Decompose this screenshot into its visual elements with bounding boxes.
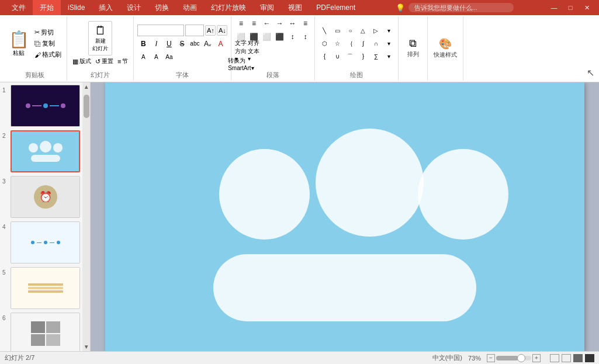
shape12[interactable]: ∪	[331, 51, 343, 63]
font-extra1[interactable]: A	[137, 51, 149, 63]
slide-item-4[interactable]: 4	[2, 221, 80, 264]
char-spacing-button[interactable]: Aᵥ	[202, 38, 213, 50]
slideshow-button[interactable]	[585, 354, 594, 362]
minimize-button[interactable]: —	[546, 2, 562, 13]
scroll-up-arrow[interactable]: ▲	[82, 84, 90, 90]
text-direction-button[interactable]: ↕	[299, 31, 311, 43]
circle-right[interactable]	[418, 149, 508, 240]
quick-styles-button[interactable]: 🎨 快速样式	[431, 36, 459, 60]
zoom-slider[interactable]	[496, 356, 531, 360]
shape-more2[interactable]: ▾	[383, 38, 394, 50]
pill-bottom[interactable]	[213, 254, 476, 321]
shape11[interactable]: {	[318, 51, 330, 63]
maximize-button[interactable]: □	[563, 2, 578, 13]
convert-smartart[interactable]: 转换为SmartArt▾	[235, 58, 247, 70]
increase-font-button[interactable]: A↑	[205, 25, 216, 36]
shape6[interactable]: ⬡	[318, 38, 330, 50]
font-color-button[interactable]: A	[214, 38, 226, 50]
shape13[interactable]: ⌒	[344, 51, 356, 63]
tab-pdfelement[interactable]: PDFelement	[309, 0, 362, 15]
font-name-input[interactable]	[137, 25, 184, 36]
shape-more[interactable]: ▾	[383, 25, 394, 37]
column-button[interactable]: ≡	[299, 18, 311, 29]
rtl-button[interactable]: ↔	[286, 18, 298, 29]
tab-insert[interactable]: 插入	[92, 0, 120, 15]
slide-item-5[interactable]: 5	[2, 267, 80, 309]
italic-button[interactable]: I	[150, 38, 162, 50]
tab-slideshow[interactable]: 幻灯片放映	[204, 0, 253, 15]
decrease-font-button[interactable]: A↓	[217, 25, 227, 36]
tab-review[interactable]: 审阅	[253, 0, 281, 15]
slide-canvas[interactable]	[105, 82, 584, 351]
zoom-in-button[interactable]: +	[532, 354, 541, 362]
layout-button[interactable]: ▦ 版式	[71, 57, 93, 66]
normal-view-button[interactable]	[550, 354, 559, 362]
search-input[interactable]	[408, 3, 514, 12]
tab-home[interactable]: 开始	[33, 0, 61, 15]
cut-button[interactable]: ✂ 剪切	[33, 27, 63, 37]
shape3[interactable]: ○	[344, 25, 356, 37]
slide-thumb-3[interactable]: ⏰	[11, 176, 80, 218]
slide-item-2[interactable]: 2	[2, 130, 80, 172]
scroll-thumb[interactable]	[84, 95, 89, 118]
zoom-handle[interactable]	[517, 354, 525, 362]
shape5[interactable]: ▷	[370, 25, 382, 37]
text-shadow-button[interactable]: abc	[189, 38, 200, 50]
tab-design[interactable]: 设计	[120, 0, 148, 15]
shape7[interactable]: ☆	[331, 38, 343, 50]
copy-button[interactable]: ⿻ 复制	[33, 39, 63, 48]
arrange-button[interactable]: ⧉ 排列	[403, 36, 424, 60]
scroll-down-arrow[interactable]: ▼	[82, 344, 90, 350]
shape2[interactable]: ▭	[331, 25, 343, 37]
slide-item-3[interactable]: 3 ⏰	[2, 176, 80, 218]
align-text[interactable]: 对齐文本▾	[248, 44, 259, 56]
format-painter-button[interactable]: 🖌 格式刷	[33, 50, 63, 60]
font-clear-button[interactable]: Aa	[163, 51, 175, 63]
slide-thumb-4[interactable]	[11, 221, 80, 264]
circle-center[interactable]	[316, 129, 424, 237]
shape-more3[interactable]: ▾	[383, 51, 394, 63]
slide-sorter-button[interactable]	[562, 354, 571, 362]
text-direction2[interactable]: 文字方向▾	[235, 44, 247, 56]
align-right[interactable]: ⬜	[261, 31, 272, 43]
justify[interactable]: ⬛	[273, 31, 285, 43]
shape14[interactable]: }	[357, 51, 369, 63]
shape1[interactable]: ╲	[318, 25, 330, 37]
bullets-button[interactable]: ≡	[235, 18, 247, 29]
paste-button[interactable]: 📋 粘贴	[6, 26, 32, 62]
numbering-button[interactable]: ≡	[248, 18, 259, 29]
reset-button[interactable]: ↺ 重置	[94, 57, 115, 66]
zoom-out-button[interactable]: −	[487, 354, 495, 362]
new-slide-main[interactable]: 🗒 新建 幻灯片	[89, 22, 112, 55]
font-extra2[interactable]: A	[150, 51, 162, 63]
reading-view-button[interactable]	[573, 354, 583, 362]
tab-file[interactable]: 文件	[5, 0, 33, 15]
underline-button[interactable]: U	[163, 38, 175, 50]
slide-item-6[interactable]: 6	[2, 313, 80, 351]
strikethrough-button[interactable]: S	[176, 38, 188, 50]
indent-decrease-button[interactable]: ←	[261, 18, 272, 29]
shape10[interactable]: ∩	[370, 38, 382, 50]
slide-thumb-1[interactable]	[11, 85, 80, 127]
shape8[interactable]: ｛	[344, 38, 356, 50]
tab-view[interactable]: 视图	[281, 0, 309, 15]
font-size-input[interactable]: 18	[185, 25, 204, 36]
slide-panel-scrollbar[interactable]: ▲ ▼	[82, 82, 90, 351]
indent-increase-button[interactable]: →	[273, 18, 285, 29]
shape4[interactable]: △	[357, 25, 369, 37]
line-spacing[interactable]: ↕	[286, 31, 298, 43]
tab-switch[interactable]: 切换	[148, 0, 176, 15]
bold-button[interactable]: B	[137, 38, 149, 50]
circle-left[interactable]	[219, 149, 310, 240]
section-button[interactable]: ≡ 节	[116, 57, 130, 66]
slide-thumb-5[interactable]	[11, 267, 80, 309]
tab-animation[interactable]: 动画	[176, 0, 204, 15]
slide-thumb-6[interactable]	[11, 313, 80, 351]
new-slide-button[interactable]: 🗒 新建 幻灯片	[88, 21, 112, 56]
tab-islide[interactable]: iSlide	[61, 0, 92, 15]
shape15[interactable]: ∑	[370, 51, 382, 63]
slide-thumb-2[interactable]	[11, 130, 80, 172]
slide-item-1[interactable]: 1	[2, 85, 80, 127]
close-button[interactable]: ✕	[579, 2, 594, 13]
shape9[interactable]: ∫	[357, 38, 369, 50]
